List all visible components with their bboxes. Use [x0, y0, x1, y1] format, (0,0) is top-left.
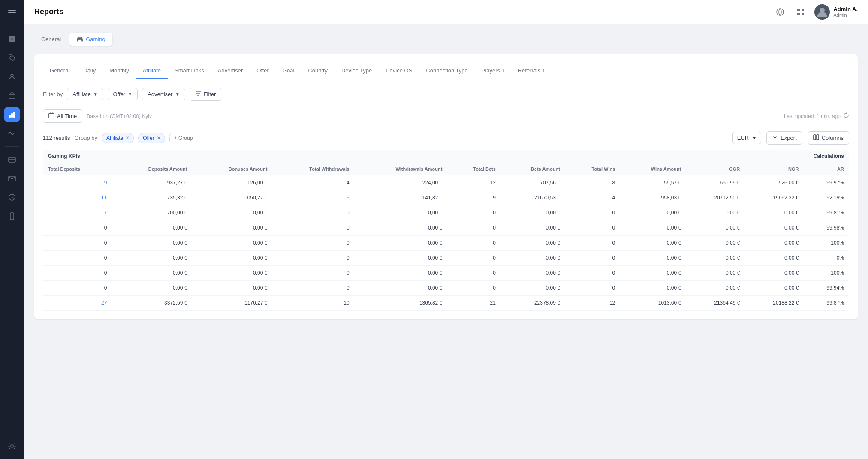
last-updated-text: Last updated: 1 min. ago — [784, 113, 841, 119]
affiliate-group-tag[interactable]: Affiliate ✕ — [102, 133, 134, 143]
table-cell: 6 — [272, 190, 354, 205]
currency-dropdown[interactable]: EUR ▼ — [732, 132, 761, 144]
table-cell: 1050,27 € — [192, 190, 272, 205]
table-cell[interactable]: 3372,59 € — [112, 296, 192, 311]
calculations-header: Calculations — [501, 150, 849, 163]
table-cell: 0 — [43, 220, 112, 236]
export-button[interactable]: Export — [766, 131, 802, 145]
filter-row: Filter by Affiliate ▼ Offer ▼ Advertiser… — [43, 88, 849, 101]
table-cell[interactable]: 27 — [43, 296, 112, 311]
table-cell: 0,00 € — [620, 266, 686, 281]
table-cell: 0,00 € — [355, 266, 448, 281]
table-row: 00,00 €0,00 €00,00 €00,00 €00,00 €0,00 €… — [43, 236, 849, 251]
table-cell: 20188,22 € — [745, 296, 804, 311]
currency-label: EUR — [737, 135, 749, 141]
table-cell: 0 — [447, 266, 501, 281]
tab-device-os[interactable]: Device OS — [379, 63, 419, 79]
wave-icon[interactable] — [4, 126, 20, 141]
tab-goal[interactable]: Goal — [276, 63, 301, 79]
offer-group-tag[interactable]: Offer ✕ — [138, 133, 165, 143]
table-cell[interactable]: 7 — [43, 205, 112, 220]
table-cell: 0 — [272, 205, 354, 220]
table-cell[interactable]: 700,00 € — [112, 205, 192, 220]
admin-name: Admin A. — [833, 6, 858, 12]
table-cell: 0,00 € — [620, 205, 686, 220]
grid-apps-icon[interactable] — [794, 5, 808, 19]
dashboard-icon[interactable] — [4, 31, 20, 47]
svg-rect-9 — [9, 94, 15, 99]
refresh-icon[interactable] — [843, 112, 849, 120]
svg-point-7 — [10, 56, 12, 57]
date-range-button[interactable]: All Time — [43, 109, 82, 123]
table-row: 273372,59 €1176,27 €101365,82 €2122378,0… — [43, 296, 849, 311]
filter-button[interactable]: Filter — [190, 88, 222, 101]
menu-icon[interactable] — [4, 5, 20, 21]
table-row: 9937,27 €126,00 €4224,00 €12707,56 €855,… — [43, 175, 849, 190]
columns-button[interactable]: Columns — [808, 131, 849, 145]
tab-affiliate[interactable]: Affiliate — [136, 63, 168, 79]
top-tabs: General 🎮 Gaming — [34, 33, 858, 46]
tab-general-top[interactable]: General — [34, 33, 68, 46]
tab-general[interactable]: General — [43, 63, 76, 79]
tab-country[interactable]: Country — [301, 63, 335, 79]
card-icon[interactable] — [4, 152, 20, 167]
results-left: 112 results Group by Affiliate ✕ Offer ✕… — [43, 133, 197, 143]
svg-rect-35 — [817, 135, 819, 140]
offer-filter-dropdown[interactable]: Offer ▼ — [108, 88, 138, 100]
table-cell: 0,00 € — [686, 251, 745, 266]
tab-referrals[interactable]: Referrals ℹ — [511, 63, 552, 79]
tags-icon[interactable] — [4, 50, 20, 66]
table-cell: 0,00 € — [192, 205, 272, 220]
table-cell: 0 — [565, 266, 620, 281]
mail-icon[interactable] — [4, 171, 20, 186]
sidebar-divider-mid — [5, 146, 19, 147]
tab-daily[interactable]: Daily — [76, 63, 102, 79]
tab-advertiser[interactable]: Advertiser — [211, 63, 250, 79]
sidebar-divider-top — [5, 26, 19, 26]
tab-connection-type[interactable]: Connection Type — [419, 63, 474, 79]
last-updated: Last updated: 1 min. ago — [784, 112, 849, 120]
tab-offer[interactable]: Offer — [250, 63, 276, 79]
affiliate-filter-dropdown[interactable]: Affiliate ▼ — [67, 88, 103, 100]
tab-monthly[interactable]: Monthly — [102, 63, 136, 79]
briefcase-icon[interactable] — [4, 88, 20, 103]
add-group-button[interactable]: + Group — [169, 133, 198, 143]
table-cell: 0,00 € — [501, 266, 565, 281]
table-cell: 0,00 € — [620, 220, 686, 236]
tab-gaming-top[interactable]: 🎮 Gaming — [69, 33, 112, 46]
table-cell: 21 — [447, 296, 501, 311]
table-cell[interactable]: 937,27 € — [112, 175, 192, 190]
table-cell: 20712,50 € — [686, 190, 745, 205]
tab-smart-links[interactable]: Smart Links — [168, 63, 211, 79]
table-cell: 21670,53 € — [501, 190, 565, 205]
chart-bar-icon[interactable] — [4, 107, 20, 122]
table-cell: 0,00 € — [745, 266, 804, 281]
table-cell[interactable]: 9 — [43, 175, 112, 190]
content-area: General 🎮 Gaming General Daily Monthly A… — [24, 24, 868, 459]
user-icon[interactable] — [4, 69, 20, 85]
tab-device-type[interactable]: Device Type — [335, 63, 379, 79]
table-cell: 12 — [565, 296, 620, 311]
admin-role: Admin — [833, 12, 858, 18]
table-cell: 0 — [447, 251, 501, 266]
tab-players[interactable]: Players ℹ — [475, 63, 511, 79]
history-icon[interactable] — [4, 190, 20, 205]
columns-label: Columns — [822, 135, 844, 141]
svg-rect-11 — [11, 113, 13, 118]
user-avatar-wrap[interactable]: Admin A. Admin — [814, 4, 858, 20]
table-cell: 4 — [272, 175, 354, 190]
globe-icon[interactable] — [773, 5, 787, 19]
offer-group-close-icon[interactable]: ✕ — [157, 136, 160, 140]
table-cell: 0,00 € — [686, 236, 745, 251]
settings-gear-icon[interactable] — [4, 438, 20, 454]
col-deposits-amount: Deposits Amount — [112, 163, 192, 175]
affiliate-group-close-icon[interactable]: ✕ — [126, 136, 129, 140]
currency-chevron-icon: ▼ — [752, 136, 756, 140]
mobile-icon[interactable] — [4, 208, 20, 224]
add-group-label: + Group — [174, 135, 193, 141]
table-cell[interactable]: 11 — [43, 190, 112, 205]
col-ngr: NGR — [745, 163, 804, 175]
advertiser-filter-label: Advertiser — [148, 91, 173, 97]
table-cell[interactable]: 1735,32 € — [112, 190, 192, 205]
advertiser-filter-dropdown[interactable]: Advertiser ▼ — [142, 88, 185, 100]
